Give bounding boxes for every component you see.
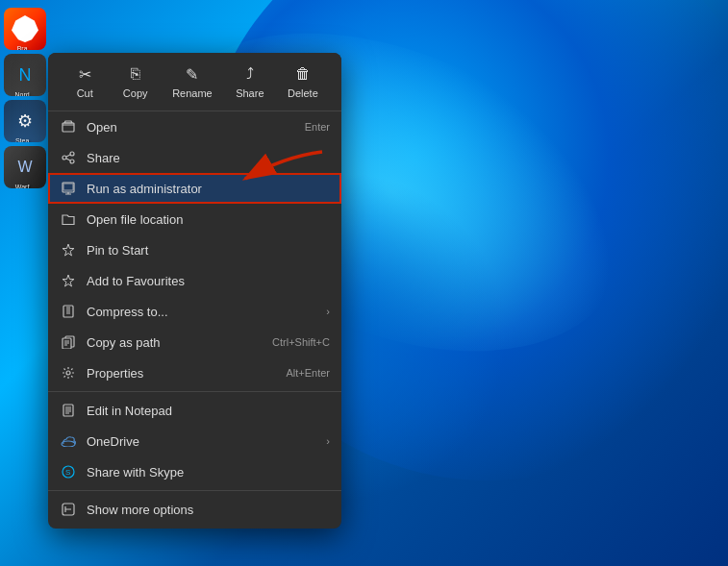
compress-label: Compress to... — [87, 305, 316, 319]
compress-icon — [60, 303, 77, 320]
nord-icon-label: Nord... — [4, 91, 46, 96]
menu-item-more-options[interactable]: Show more options — [48, 494, 341, 525]
svg-rect-21 — [63, 405, 73, 416]
steam-icon-label: Stea... — [4, 137, 46, 142]
context-menu-toolbar: ✂ Cut ⎘ Copy ✎ Rename ⤴ Share 🗑 Delete — [48, 53, 341, 111]
copy-path-icon — [60, 333, 77, 351]
menu-item-share[interactable]: Share — [48, 142, 341, 173]
rename-label: Rename — [172, 87, 213, 99]
context-menu: ✂ Cut ⎘ Copy ✎ Rename ⤴ Share 🗑 Delete — [48, 53, 341, 529]
notepad-icon — [60, 402, 77, 419]
cut-label: Cut — [77, 87, 93, 99]
open-label: Open — [87, 120, 295, 135]
delete-label: Delete — [288, 87, 318, 99]
copy-icon: ⎘ — [126, 64, 145, 84]
svg-point-2 — [70, 160, 74, 163]
steam-icon[interactable]: ⚙ Stea... — [4, 100, 46, 142]
menu-item-copy-path[interactable]: Copy as path Ctrl+Shift+C — [48, 327, 341, 357]
delete-icon: 🗑 — [293, 64, 313, 84]
menu-item-file-location[interactable]: Open file location — [48, 204, 341, 234]
menu-item-compress[interactable]: Compress to... › — [48, 296, 341, 327]
menu-item-onedrive[interactable]: OneDrive › — [48, 426, 341, 456]
share-menu-label: Share — [87, 151, 330, 165]
desktop-icons: Bra... N Nord... ⚙ Stea... W Warf... — [0, 0, 50, 566]
pin-start-icon — [60, 241, 77, 258]
delete-button[interactable]: 🗑 Delete — [280, 61, 326, 103]
properties-label: Properties — [87, 366, 276, 381]
cut-button[interactable]: ✂ Cut — [63, 61, 106, 103]
svg-text:S: S — [65, 468, 70, 477]
skype-label: Share with Skype — [87, 465, 330, 480]
warframe-icon[interactable]: W Warf... — [4, 146, 46, 188]
file-location-label: Open file location — [87, 212, 330, 227]
svg-point-3 — [63, 156, 66, 160]
copy-path-label: Copy as path — [87, 335, 263, 350]
rename-icon: ✎ — [183, 64, 202, 84]
compress-arrow: › — [326, 306, 330, 317]
brave-icon-label: Bra... — [4, 45, 46, 50]
run-as-admin-label: Run as administrator — [87, 182, 330, 196]
svg-rect-0 — [63, 123, 74, 132]
menu-item-open[interactable]: Open Enter — [48, 111, 341, 142]
onedrive-icon — [60, 432, 77, 450]
properties-shortcut: Alt+Enter — [286, 367, 330, 379]
svg-line-4 — [66, 155, 70, 157]
more-options-label: Show more options — [87, 503, 330, 517]
menu-divider-2 — [48, 490, 341, 491]
more-options-icon — [60, 501, 77, 518]
copy-label: Copy — [123, 87, 148, 99]
run-as-admin-icon — [60, 180, 77, 197]
svg-line-5 — [66, 159, 70, 160]
share-menu-icon — [60, 149, 77, 166]
menu-item-run-as-admin[interactable]: Run as administrator — [48, 173, 341, 204]
svg-point-20 — [66, 371, 70, 375]
menu-item-notepad[interactable]: Edit in Notepad — [48, 395, 341, 426]
properties-icon — [60, 364, 77, 381]
open-icon — [60, 118, 77, 135]
brave-browser-icon[interactable]: Bra... — [4, 8, 46, 50]
file-location-icon — [60, 210, 77, 228]
share-button[interactable]: ⤴ Share — [228, 61, 271, 103]
skype-icon: S — [60, 463, 77, 480]
menu-item-properties[interactable]: Properties Alt+Enter — [48, 357, 341, 388]
favourites-label: Add to Favourites — [87, 274, 330, 288]
open-shortcut: Enter — [305, 121, 330, 133]
copy-button[interactable]: ⎘ Copy — [114, 61, 157, 103]
menu-item-pin-start[interactable]: Pin to Start — [48, 234, 341, 265]
nord-vpn-icon[interactable]: N Nord... — [4, 54, 46, 96]
warf-icon-label: Warf... — [4, 184, 46, 188]
share-label: Share — [236, 87, 264, 99]
onedrive-arrow: › — [326, 435, 330, 447]
svg-rect-7 — [63, 184, 73, 190]
onedrive-label: OneDrive — [87, 434, 316, 449]
menu-item-skype[interactable]: S Share with Skype — [48, 456, 341, 487]
rename-button[interactable]: ✎ Rename — [164, 61, 220, 103]
svg-rect-6 — [63, 183, 74, 192]
share-icon: ⤴ — [240, 64, 260, 84]
copy-path-shortcut: Ctrl+Shift+C — [272, 336, 330, 348]
menu-item-favourites[interactable]: Add to Favourites — [48, 265, 341, 296]
favourites-icon — [60, 272, 77, 289]
notepad-label: Edit in Notepad — [87, 404, 330, 418]
menu-divider-1 — [48, 391, 341, 392]
pin-start-label: Pin to Start — [87, 243, 330, 258]
cut-icon: ✂ — [75, 64, 94, 84]
svg-point-1 — [70, 152, 74, 156]
